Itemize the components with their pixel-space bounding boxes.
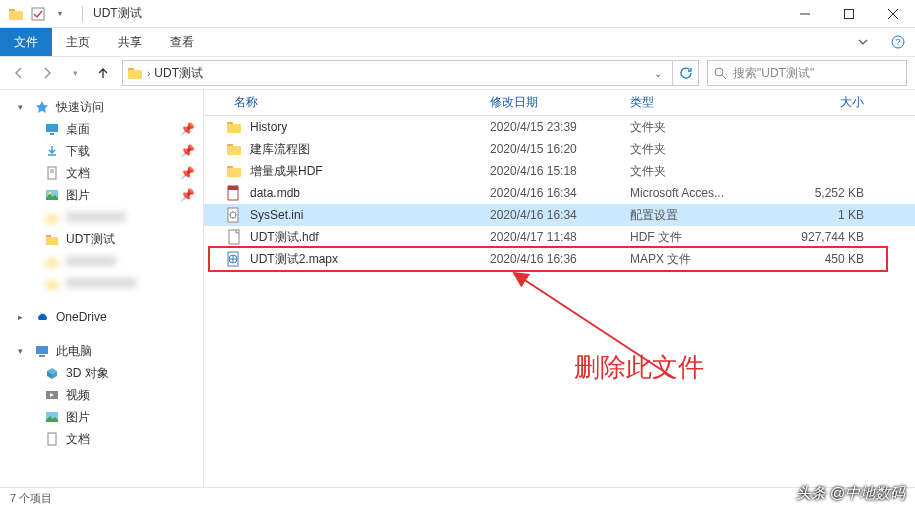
- back-button[interactable]: [8, 62, 30, 84]
- svg-rect-15: [48, 167, 56, 179]
- nav-videos[interactable]: 视频: [0, 384, 203, 406]
- folder-icon: [44, 253, 60, 269]
- file-type: 文件夹: [622, 141, 772, 158]
- up-button[interactable]: [92, 62, 114, 84]
- tab-view[interactable]: 查看: [156, 28, 208, 56]
- svg-rect-26: [39, 355, 45, 357]
- file-row[interactable]: 增量成果HDF2020/4/16 15:18文件夹: [204, 160, 915, 182]
- chevron-down-icon[interactable]: ▾: [18, 346, 28, 356]
- properties-checkbox-icon[interactable]: [30, 6, 46, 22]
- file-row[interactable]: UDT测试.hdf2020/4/17 11:48HDF 文件927,744 KB: [204, 226, 915, 248]
- nav-pictures[interactable]: 图片📌: [0, 184, 203, 206]
- nav-quick-access[interactable]: ▾ 快速访问: [0, 96, 203, 118]
- picture-icon: [44, 187, 60, 203]
- nav-documents[interactable]: 文档📌: [0, 162, 203, 184]
- nav-label: 文档: [66, 165, 90, 182]
- svg-rect-40: [229, 230, 239, 244]
- file-icon: [226, 207, 242, 223]
- file-row[interactable]: data.mdb2020/4/16 16:34Microsoft Acces..…: [204, 182, 915, 204]
- file-row[interactable]: UDT测试2.mapx2020/4/16 16:36MAPX 文件450 KB: [204, 248, 915, 270]
- column-size[interactable]: 大小: [772, 94, 872, 111]
- nav-desktop[interactable]: 桌面📌: [0, 118, 203, 140]
- column-type[interactable]: 类型: [622, 94, 772, 111]
- nav-item-redacted[interactable]: [0, 272, 203, 294]
- svg-rect-31: [227, 124, 241, 133]
- file-name: 增量成果HDF: [250, 163, 482, 180]
- file-name: UDT测试2.mapx: [250, 251, 482, 268]
- separator: [82, 6, 83, 22]
- file-name: SysSet.ini: [250, 208, 482, 222]
- nav-this-pc[interactable]: ▾此电脑: [0, 340, 203, 362]
- file-icon: [226, 229, 242, 245]
- nav-item-redacted[interactable]: [0, 206, 203, 228]
- folder-icon: [44, 275, 60, 291]
- nav-3d-objects[interactable]: 3D 对象: [0, 362, 203, 384]
- document-icon: [44, 431, 60, 447]
- tab-file[interactable]: 文件: [0, 28, 52, 56]
- column-name[interactable]: 名称: [226, 94, 482, 111]
- file-type: 文件夹: [622, 163, 772, 180]
- search-placeholder: 搜索"UDT测试": [733, 65, 814, 82]
- nav-label: 图片: [66, 409, 90, 426]
- nav-label: 桌面: [66, 121, 90, 138]
- file-row[interactable]: History2020/4/15 23:39文件夹: [204, 116, 915, 138]
- svg-point-11: [715, 68, 723, 76]
- breadcrumb-item[interactable]: UDT测试: [150, 65, 207, 82]
- recent-dropdown[interactable]: ▾: [64, 62, 86, 84]
- svg-rect-20: [46, 215, 58, 223]
- file-name: UDT测试.hdf: [250, 229, 482, 246]
- file-size: 5,252 KB: [772, 186, 872, 200]
- nav-udt-test[interactable]: UDT测试: [0, 228, 203, 250]
- file-date: 2020/4/16 16:34: [482, 186, 622, 200]
- search-input[interactable]: 搜索"UDT测试": [707, 60, 907, 86]
- navigation-pane[interactable]: ▾ 快速访问 桌面📌 下载📌 文档📌 图片📌 UDT测试 ▸OneDrive ▾…: [0, 90, 204, 487]
- file-icon: [226, 185, 242, 201]
- column-headers[interactable]: 名称 修改日期 类型 大小: [204, 90, 915, 116]
- nav-documents2[interactable]: 文档: [0, 428, 203, 450]
- file-row[interactable]: 建库流程图2020/4/15 16:20文件夹: [204, 138, 915, 160]
- column-date[interactable]: 修改日期: [482, 94, 622, 111]
- file-date: 2020/4/17 11:48: [482, 230, 622, 244]
- file-name: History: [250, 120, 482, 134]
- address-dropdown-icon[interactable]: ⌄: [648, 68, 668, 79]
- nav-label: 下载: [66, 143, 90, 160]
- file-date: 2020/4/16 16:36: [482, 252, 622, 266]
- nav-pictures2[interactable]: 图片: [0, 406, 203, 428]
- chevron-right-icon[interactable]: ▸: [18, 312, 28, 322]
- file-list[interactable]: History2020/4/15 23:39文件夹建库流程图2020/4/15 …: [204, 116, 915, 487]
- qat-dropdown-icon[interactable]: ▾: [52, 6, 68, 22]
- cloud-icon: [34, 309, 50, 325]
- title-bar: ▾ UDT测试: [0, 0, 915, 28]
- breadcrumb-bar[interactable]: › UDT测试 ⌄: [122, 60, 673, 86]
- refresh-button[interactable]: [673, 60, 699, 86]
- file-date: 2020/4/16 16:34: [482, 208, 622, 222]
- svg-text:?: ?: [895, 37, 900, 47]
- tab-share[interactable]: 共享: [104, 28, 156, 56]
- nav-label: 此电脑: [56, 343, 92, 360]
- document-icon: [44, 165, 60, 181]
- svg-rect-33: [227, 146, 241, 155]
- maximize-button[interactable]: [827, 0, 871, 28]
- nav-downloads[interactable]: 下载📌: [0, 140, 203, 162]
- svg-rect-10: [128, 70, 142, 79]
- svg-rect-35: [227, 168, 241, 177]
- file-type: MAPX 文件: [622, 251, 772, 268]
- svg-rect-4: [845, 9, 854, 18]
- minimize-button[interactable]: [783, 0, 827, 28]
- close-button[interactable]: [871, 0, 915, 28]
- nav-label: 视频: [66, 387, 90, 404]
- file-list-pane: 名称 修改日期 类型 大小 History2020/4/15 23:39文件夹建…: [204, 90, 915, 487]
- folder-icon: [127, 65, 143, 81]
- ribbon-help-button[interactable]: ?: [881, 28, 915, 56]
- file-row[interactable]: SysSet.ini2020/4/16 16:34配置设置1 KB: [204, 204, 915, 226]
- ribbon-expand-button[interactable]: [845, 28, 881, 56]
- chevron-down-icon[interactable]: ▾: [18, 102, 28, 112]
- nav-label: 图片: [66, 187, 90, 204]
- window-title: UDT测试: [89, 5, 142, 22]
- nav-onedrive[interactable]: ▸OneDrive: [0, 306, 203, 328]
- nav-item-redacted[interactable]: [0, 250, 203, 272]
- forward-button[interactable]: [36, 62, 58, 84]
- svg-rect-29: [48, 433, 56, 445]
- file-type: Microsoft Acces...: [622, 186, 772, 200]
- tab-home[interactable]: 主页: [52, 28, 104, 56]
